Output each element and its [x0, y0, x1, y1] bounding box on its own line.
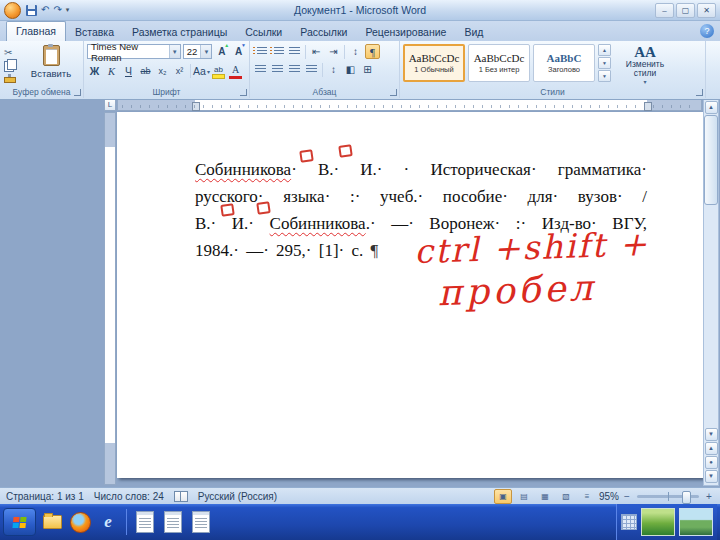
- tab-stop-selector[interactable]: L: [104, 99, 116, 111]
- style-card-normal[interactable]: AaBbCcDc 1 Обычный: [403, 44, 465, 82]
- qat-customize-icon[interactable]: ▾: [66, 6, 70, 14]
- redo-icon[interactable]: ↷: [53, 3, 61, 17]
- document-page[interactable]: Собинникова· В.· И.· · Историческая· гра…: [117, 112, 703, 478]
- bullets-button[interactable]: [253, 44, 268, 59]
- web-layout-view-button[interactable]: ▦: [536, 489, 554, 504]
- photo-thumbnail-landscape[interactable]: [679, 508, 713, 536]
- zoom-out-button[interactable]: −: [622, 491, 632, 502]
- maximize-button[interactable]: ▢: [676, 3, 695, 18]
- show-formatting-marks-button[interactable]: ¶: [365, 44, 380, 59]
- align-center-button[interactable]: [270, 62, 285, 77]
- select-browse-object-icon[interactable]: ●: [705, 456, 718, 469]
- help-button[interactable]: ?: [700, 24, 714, 38]
- vertical-ruler[interactable]: [104, 112, 116, 485]
- quicklaunch-firefox[interactable]: [68, 510, 92, 534]
- page-indicator[interactable]: Страница: 1 из 1: [6, 491, 84, 502]
- tab-ssylki[interactable]: Ссылки: [236, 23, 291, 41]
- styles-gallery-more-icon[interactable]: ▼: [598, 70, 611, 82]
- next-page-icon[interactable]: ▼: [705, 470, 718, 483]
- quick-access-toolbar: ↶ ↷ ▾: [26, 3, 69, 17]
- taskbar-document-2[interactable]: [161, 510, 185, 534]
- word-count[interactable]: Число слов: 24: [94, 491, 164, 502]
- multilevel-list-button[interactable]: [287, 44, 302, 59]
- styles-scroll-up-icon[interactable]: ▲: [598, 44, 611, 56]
- paragraph-dialog-launcher-icon[interactable]: [390, 89, 397, 96]
- previous-page-icon[interactable]: ▲: [705, 442, 718, 455]
- tab-recenzirovanie[interactable]: Рецензирование: [356, 23, 455, 41]
- decrease-indent-icon[interactable]: ⇤: [309, 44, 324, 59]
- borders-icon[interactable]: ⊞: [360, 62, 375, 77]
- align-left-button[interactable]: [253, 62, 268, 77]
- quicklaunch-folder[interactable]: [40, 510, 64, 534]
- right-indent-marker[interactable]: [644, 102, 652, 111]
- shrink-font-button[interactable]: А▼: [231, 44, 246, 59]
- horizontal-ruler[interactable]: [117, 99, 702, 111]
- print-layout-view-button[interactable]: ▣: [494, 489, 512, 504]
- zoom-level[interactable]: 95%: [599, 491, 619, 502]
- line-spacing-icon[interactable]: ↕: [326, 62, 341, 77]
- scroll-up-icon[interactable]: ▲: [705, 101, 718, 114]
- tab-rassylki[interactable]: Рассылки: [291, 23, 356, 41]
- tab-glavnaya[interactable]: Главная: [6, 21, 66, 41]
- format-painter-icon[interactable]: [4, 77, 16, 83]
- left-indent-marker[interactable]: [192, 102, 200, 111]
- taskbar-document-1[interactable]: [133, 510, 157, 534]
- increase-indent-icon[interactable]: ⇥: [326, 44, 341, 59]
- change-case-button[interactable]: Aa▾: [194, 64, 209, 79]
- font-dialog-launcher-icon[interactable]: [240, 89, 247, 96]
- change-styles-button[interactable]: АА Изменить стили ▾: [616, 44, 674, 85]
- tab-vstavka[interactable]: Вставка: [66, 23, 123, 41]
- taskbar-separator: [126, 509, 127, 535]
- underline-button[interactable]: Ч: [121, 64, 136, 79]
- subscript-button[interactable]: x₂: [155, 64, 170, 79]
- scrollbar-thumb[interactable]: [704, 115, 718, 205]
- font-name-combo[interactable]: Times New Roman ▼: [87, 44, 181, 59]
- folder-icon: [43, 515, 62, 529]
- highlight-button[interactable]: ab: [211, 62, 226, 80]
- style-card-no-spacing[interactable]: AaBbCcDc 1 Без интер: [468, 44, 530, 82]
- tab-vid[interactable]: Вид: [455, 23, 492, 41]
- minimize-button[interactable]: –: [655, 3, 674, 18]
- zoom-in-button[interactable]: +: [704, 491, 714, 502]
- numbering-button[interactable]: [270, 44, 285, 59]
- font-size-dropdown-icon[interactable]: ▼: [200, 45, 211, 58]
- font-color-button[interactable]: А: [228, 62, 243, 80]
- zoom-slider[interactable]: [637, 495, 699, 498]
- vertical-scrollbar[interactable]: ▲ ▼ ▲ ● ▼: [703, 99, 719, 486]
- style-card-heading[interactable]: AaBbC Заголово: [533, 44, 595, 82]
- align-right-button[interactable]: [287, 62, 302, 77]
- document-area: L Собинникова· В.· И.· · Историческая· г…: [0, 99, 720, 487]
- italic-button[interactable]: К: [104, 64, 119, 79]
- photo-thumbnail-green[interactable]: [641, 508, 675, 536]
- bold-button[interactable]: Ж: [87, 64, 102, 79]
- copy-icon[interactable]: [4, 61, 14, 72]
- clipboard-dialog-launcher-icon[interactable]: [74, 89, 81, 96]
- cut-icon[interactable]: ✂: [4, 47, 16, 58]
- strikethrough-button[interactable]: ab: [138, 64, 153, 79]
- scroll-down-icon[interactable]: ▼: [705, 428, 718, 441]
- sort-icon[interactable]: ↕: [348, 44, 363, 59]
- shading-icon[interactable]: ◧: [343, 62, 358, 77]
- save-icon[interactable]: [26, 5, 37, 16]
- quicklaunch-ie[interactable]: e: [96, 510, 120, 534]
- grow-font-button[interactable]: А▲: [214, 44, 229, 59]
- superscript-button[interactable]: x²: [172, 64, 187, 79]
- zoom-slider-thumb[interactable]: [682, 491, 691, 504]
- tray-grid-icon[interactable]: [621, 514, 637, 530]
- tab-razmetka[interactable]: Разметка страницы: [123, 23, 236, 41]
- proofing-status-icon[interactable]: [174, 491, 188, 502]
- language-indicator[interactable]: Русский (Россия): [198, 491, 277, 502]
- start-button[interactable]: [3, 508, 36, 536]
- outline-view-button[interactable]: ▧: [557, 489, 575, 504]
- fullscreen-view-button[interactable]: ▤: [515, 489, 533, 504]
- close-button[interactable]: ✕: [697, 3, 716, 18]
- taskbar-document-3[interactable]: [189, 510, 213, 534]
- styles-dialog-launcher-icon[interactable]: [696, 89, 703, 96]
- justify-button[interactable]: [304, 62, 319, 77]
- undo-icon[interactable]: ↶: [41, 3, 49, 17]
- styles-scroll-down-icon[interactable]: ▼: [598, 57, 611, 69]
- font-name-dropdown-icon[interactable]: ▼: [169, 45, 180, 58]
- paste-button[interactable]: Вставить: [27, 45, 75, 79]
- draft-view-button[interactable]: ≡: [578, 489, 596, 504]
- font-size-combo[interactable]: 22 ▼: [183, 44, 213, 59]
